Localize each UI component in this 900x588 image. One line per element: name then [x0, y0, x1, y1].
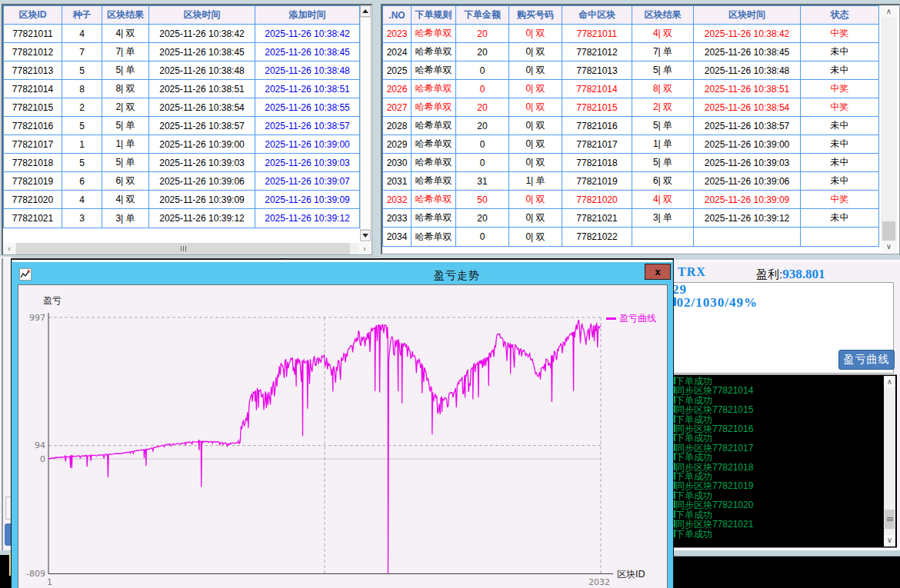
- table-cell: 2025-11-26 10:39:03: [694, 154, 801, 172]
- table-cell: [694, 228, 801, 246]
- column-header[interactable]: 购买号码: [509, 6, 562, 25]
- table-cell: 6| 双: [102, 172, 149, 191]
- table-cell: 2025-11-26 10:39:12: [149, 209, 255, 228]
- table-row[interactable]: 7782101144| 双2025-11-26 10:38:422025-11-…: [4, 25, 359, 43]
- table-cell: 4| 双: [102, 25, 149, 43]
- table-row[interactable]: 7782102044| 双2025-11-26 10:39:092025-11-…: [4, 191, 359, 209]
- table-cell: 中奖: [801, 191, 878, 209]
- y-tick-label: 0: [22, 454, 45, 464]
- window-close-button[interactable]: x: [645, 264, 671, 280]
- chart-x-axis-title: 区块ID: [617, 568, 645, 581]
- left-table-scroll-right-button[interactable]: ›: [358, 243, 371, 254]
- table-row[interactable]: 2025哈希单双00| 双778210135| 单2025-11-26 10:3…: [383, 61, 878, 80]
- panel-border: [2, 258, 3, 553]
- table-row[interactable]: 2034哈希单双00| 双77821022: [383, 228, 878, 246]
- table-cell: 77821014: [562, 80, 632, 98]
- table-row[interactable]: 7782101855| 单2025-11-26 10:39:032025-11-…: [4, 154, 359, 172]
- table-cell: 8| 双: [102, 80, 149, 98]
- y-tick-label: -809: [22, 569, 45, 579]
- table-cell: 2025-11-26 10:38:51: [149, 80, 255, 98]
- table-row[interactable]: 7782101355| 单2025-11-26 10:38:482025-11-…: [4, 61, 359, 80]
- table-cell: 5| 单: [102, 61, 149, 80]
- table-cell: 2025-11-26 10:39:12: [255, 209, 359, 228]
- column-header[interactable]: 下单金额: [456, 6, 509, 25]
- table-cell: 4: [62, 25, 102, 43]
- table-row[interactable]: 2024哈希单双200| 双778210127| 单2025-11-26 10:…: [383, 43, 878, 61]
- table-row[interactable]: 7782101522| 双2025-11-26 10:38:542025-11-…: [4, 98, 359, 117]
- table-cell: 5: [62, 154, 102, 172]
- stats-line-2: 02/1030/49%: [677, 295, 758, 311]
- table-row[interactable]: 2023哈希单双200| 双778210114| 双2025-11-26 10:…: [383, 25, 878, 43]
- table-cell: [632, 228, 694, 246]
- column-header[interactable]: 区块时间: [149, 6, 255, 25]
- left-table-hscrollbar[interactable]: ‹ ›: [3, 243, 371, 254]
- table-cell: 77821011: [4, 25, 62, 43]
- profit-curve-button[interactable]: 盈亏曲线: [838, 350, 895, 370]
- table-row[interactable]: 7782101488| 双2025-11-26 10:38:512025-11-…: [4, 80, 359, 98]
- left-table-vscrollbar[interactable]: [360, 17, 371, 230]
- table-row[interactable]: 2032哈希单双500| 双778210204| 双2025-11-26 10:…: [383, 191, 878, 209]
- column-header[interactable]: 添加时间: [255, 6, 359, 25]
- column-header[interactable]: 状态: [801, 6, 878, 25]
- table-row[interactable]: 7782101277| 单2025-11-26 10:38:452025-11-…: [4, 43, 359, 61]
- table-row[interactable]: 2033哈希单双200| 双778210213| 单2025-11-26 10:…: [383, 209, 878, 228]
- table-cell: 2025-11-26 10:39:07: [255, 172, 359, 191]
- table-cell: 77821013: [562, 61, 632, 80]
- table-row[interactable]: 2026哈希单双00| 双778210148| 双2025-11-26 10:3…: [383, 80, 878, 98]
- table-cell: 未中: [801, 172, 878, 191]
- table-cell: 77821013: [4, 61, 62, 80]
- left-table-hscroll-thumb[interactable]: [16, 243, 350, 254]
- table-row[interactable]: 2030哈希单双00| 双778210185| 单2025-11-26 10:3…: [383, 154, 878, 172]
- table-cell: 0| 双: [509, 61, 562, 80]
- table-row[interactable]: 7782101966| 双2025-11-26 10:39:062025-11-…: [4, 172, 359, 191]
- table-cell: 7: [62, 43, 102, 61]
- left-table-scroll-down-button[interactable]: [360, 230, 371, 241]
- order-table-scroll-up-button[interactable]: ∧: [881, 5, 897, 18]
- table-cell: 未中: [801, 117, 878, 135]
- table-row[interactable]: 7782102133| 单2025-11-26 10:39:122025-11-…: [4, 209, 359, 228]
- column-header[interactable]: 区块时间: [694, 6, 801, 25]
- chevron-down-icon: ∨: [887, 537, 892, 544]
- table-cell: 20: [456, 209, 509, 228]
- table-cell: 3| 单: [632, 209, 694, 228]
- triangle-up-icon: [362, 9, 368, 13]
- table-cell: 77821018: [562, 154, 632, 172]
- console-scroll-thumb[interactable]: [885, 510, 895, 529]
- column-header[interactable]: 区块结果: [632, 6, 694, 25]
- x-tick-label: 1: [47, 577, 52, 587]
- table-cell: 77821011: [562, 25, 632, 43]
- column-header[interactable]: .NO: [383, 6, 412, 25]
- console-scroll-down-button[interactable]: ∨: [884, 535, 895, 546]
- table-cell: 0| 双: [509, 80, 562, 98]
- table-row[interactable]: 7782101655| 单2025-11-26 10:38:572025-11-…: [4, 117, 359, 135]
- console-scroll-up-button[interactable]: ∧: [884, 377, 895, 387]
- column-header[interactable]: 区块结果: [102, 6, 149, 25]
- column-header[interactable]: 种子: [62, 6, 102, 25]
- table-cell: 哈希单双: [412, 154, 456, 172]
- table-row[interactable]: 2028哈希单双200| 双778210165| 单2025-11-26 10:…: [383, 117, 878, 135]
- table-cell: 50: [456, 191, 509, 209]
- order-table-scroll-down-button[interactable]: ∨: [881, 241, 897, 253]
- table-row[interactable]: 2031哈希单双311| 单778210196| 双2025-11-26 10:…: [383, 172, 878, 191]
- console-vscrollbar[interactable]: ∧ ∨: [884, 376, 895, 546]
- table-cell: 5| 单: [632, 61, 694, 80]
- left-table-scroll-up-button[interactable]: [360, 5, 371, 17]
- table-row[interactable]: 2029哈希单双00| 双778210171| 单2025-11-26 10:3…: [383, 135, 878, 154]
- table-row[interactable]: 7782101711| 单2025-11-26 10:39:002025-11-…: [4, 135, 359, 154]
- column-header[interactable]: 命中区块: [562, 6, 632, 25]
- window-titlebar[interactable]: 盈亏走势 x: [12, 264, 673, 287]
- table-row[interactable]: 2027哈希单双200| 双778210152| 双2025-11-26 10:…: [383, 98, 878, 117]
- column-header[interactable]: 区块ID: [4, 6, 62, 25]
- column-header[interactable]: 下单规则: [412, 6, 456, 25]
- table-cell: 2034: [383, 228, 412, 246]
- log-line: 下单成功: [668, 434, 891, 443]
- table-cell: 4| 双: [632, 25, 694, 43]
- left-table-scroll-left-button[interactable]: ‹: [3, 243, 15, 254]
- table-cell: 77821021: [562, 209, 632, 228]
- table-cell: 8: [62, 80, 102, 98]
- order-table-scroll-thumb[interactable]: [882, 221, 895, 241]
- window-edge: [12, 260, 672, 262]
- order-table-vscrollbar[interactable]: ∧ ∨: [881, 5, 897, 253]
- table-cell: 2025-11-26 10:39:00: [694, 135, 801, 154]
- chevron-right-icon: ›: [363, 245, 366, 253]
